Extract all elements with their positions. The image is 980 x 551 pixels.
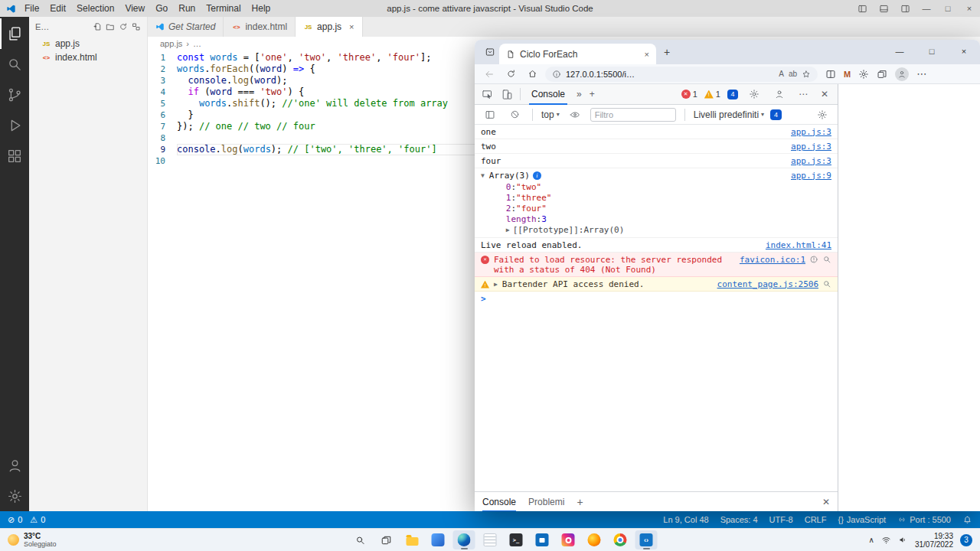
- browser-settings-icon[interactable]: [858, 69, 869, 80]
- mail-extension-icon[interactable]: M: [844, 70, 851, 79]
- explorer-new-file-icon[interactable]: [93, 22, 102, 31]
- browser-close-icon[interactable]: ×: [948, 40, 980, 63]
- devtools-close-icon[interactable]: ✕: [818, 89, 831, 99]
- devtools-feedback-icon[interactable]: [770, 85, 789, 103]
- property-row[interactable]: ▶[[Prototype]]: Array(0): [506, 225, 786, 235]
- devtools-inspect-icon[interactable]: [478, 85, 496, 103]
- activity-run-debug-icon[interactable]: [0, 110, 29, 141]
- array-preview[interactable]: Array(3)i: [489, 171, 786, 181]
- status-cursor[interactable]: Ln 9, Col 48: [663, 515, 708, 524]
- menu-item-file[interactable]: File: [19, 3, 44, 14]
- minimize-icon[interactable]: —: [916, 0, 937, 17]
- notification-badge[interactable]: 3: [960, 534, 972, 546]
- line-number[interactable]: 1: [148, 52, 177, 64]
- new-tab-button[interactable]: +: [656, 46, 678, 58]
- activity-search-icon[interactable]: [0, 49, 29, 80]
- toggle-panel-left-icon[interactable]: [851, 0, 873, 17]
- warning-count-badge[interactable]: !1: [704, 90, 720, 99]
- line-number[interactable]: 2: [148, 64, 177, 75]
- log-levels-selector[interactable]: Livelli predefiniti▾: [694, 109, 764, 120]
- menu-item-terminal[interactable]: Terminal: [201, 3, 246, 14]
- line-number[interactable]: 9: [148, 144, 177, 155]
- message-count-badge[interactable]: 4: [727, 90, 738, 99]
- back-icon[interactable]: [481, 69, 498, 80]
- bell-icon[interactable]: [962, 515, 972, 525]
- drawer-tab-console[interactable]: Console: [482, 492, 516, 512]
- status-encoding[interactable]: UTF-8: [769, 515, 793, 524]
- menu-item-selection[interactable]: Selection: [71, 3, 119, 14]
- taskbar-app-photos[interactable]: [557, 530, 580, 549]
- search-source-icon[interactable]: [822, 255, 831, 264]
- more-tabs-icon[interactable]: »: [573, 89, 585, 99]
- activity-gear-icon[interactable]: [0, 481, 29, 511]
- browser-maximize-icon[interactable]: □: [916, 40, 948, 63]
- menu-item-view[interactable]: View: [119, 3, 150, 14]
- close-icon[interactable]: ×: [959, 0, 980, 17]
- property-row[interactable]: length: 3: [506, 214, 786, 224]
- refresh-icon[interactable]: [502, 69, 519, 79]
- devtools-settings-icon[interactable]: [745, 85, 763, 103]
- browser-more-icon[interactable]: ⋯: [916, 68, 927, 80]
- property-row[interactable]: 2: "four": [506, 204, 786, 214]
- taskbar-app-file-explorer[interactable]: [401, 530, 423, 549]
- tab-close-icon[interactable]: ×: [349, 22, 354, 31]
- explorer-new-folder-icon[interactable]: [106, 22, 115, 31]
- url-text[interactable]: 127.0.0.1:5500/i…: [566, 70, 774, 79]
- source-link[interactable]: app.js:3: [791, 127, 831, 137]
- devtools-tab-console[interactable]: Console: [524, 84, 572, 105]
- taskbar-app-chrome[interactable]: [609, 530, 632, 549]
- property-row[interactable]: 0: "two": [506, 182, 786, 192]
- browser-minimize-icon[interactable]: —: [884, 40, 916, 63]
- levels-count-badge[interactable]: 4: [770, 109, 782, 120]
- source-link[interactable]: favicon.ico:1: [740, 255, 805, 265]
- line-number[interactable]: 7: [148, 121, 177, 132]
- page-content[interactable]: [838, 84, 980, 511]
- toggle-panel-right-icon[interactable]: [894, 0, 916, 17]
- speaker-icon[interactable]: [898, 535, 908, 545]
- taskbar-app-vscode[interactable]: ‹›: [635, 530, 658, 549]
- tab-close-icon[interactable]: ×: [645, 50, 649, 59]
- address-bar[interactable]: 127.0.0.1:5500/i… A ab: [545, 67, 818, 82]
- context-selector[interactable]: top▾: [541, 109, 560, 120]
- toggle-panel-bottom-icon[interactable]: [873, 0, 894, 17]
- editor-tab-app-js[interactable]: JSapp.js×: [296, 17, 362, 37]
- editor-tab-get-started[interactable]: Get Started: [148, 17, 224, 37]
- breadcrumb-item[interactable]: …: [193, 39, 201, 48]
- wifi-icon[interactable]: [881, 535, 891, 545]
- status-language[interactable]: {}JavaScript: [838, 515, 886, 524]
- read-aloud-icon[interactable]: A: [779, 70, 784, 78]
- activity-account-icon[interactable]: [0, 450, 29, 481]
- taskbar-app-edge[interactable]: [453, 530, 475, 549]
- weather-widget[interactable]: 33°C Soleggiato: [0, 529, 64, 551]
- file-item-index-html[interactable]: <>index.html: [29, 51, 147, 64]
- line-number[interactable]: 6: [148, 109, 177, 121]
- taskbar-app-task-view[interactable]: [375, 530, 397, 549]
- expand-caret-icon[interactable]: ▶: [506, 225, 510, 235]
- taskbar-app-firefox[interactable]: [583, 530, 606, 549]
- taskbar-app-widgets[interactable]: [427, 530, 449, 549]
- collapse-caret-icon[interactable]: ▼: [481, 171, 485, 181]
- status-live-server-port[interactable]: Port : 5500: [897, 515, 951, 524]
- breadcrumb-item[interactable]: app.js: [160, 39, 182, 48]
- clock[interactable]: 19:33 31/07/2022: [915, 532, 953, 549]
- menu-item-go[interactable]: Go: [150, 3, 173, 14]
- translate-icon[interactable]: ab: [789, 70, 797, 78]
- explorer-collapse-icon[interactable]: [132, 22, 141, 31]
- home-icon[interactable]: [524, 69, 541, 79]
- status-warnings[interactable]: ⚠ 0: [30, 515, 45, 525]
- collections-icon[interactable]: [877, 69, 887, 80]
- status-indentation[interactable]: Spaces: 4: [720, 515, 758, 524]
- source-link[interactable]: index.html:41: [766, 240, 831, 250]
- taskbar-app-terminal[interactable]: >_: [505, 530, 528, 549]
- console-sidebar-icon[interactable]: [481, 106, 499, 124]
- tray-chevron-up-icon[interactable]: ∧: [869, 536, 874, 544]
- line-number[interactable]: 10: [148, 155, 177, 167]
- expand-caret-icon[interactable]: ▶: [494, 279, 498, 289]
- status-errors[interactable]: ⊘ 0: [8, 515, 22, 525]
- profile-avatar[interactable]: [895, 67, 909, 81]
- line-number[interactable]: 4: [148, 86, 177, 98]
- tab-actions-icon[interactable]: [481, 47, 499, 57]
- drawer-close-icon[interactable]: ✕: [822, 497, 830, 507]
- drawer-tab-problemi[interactable]: Problemi: [528, 492, 564, 512]
- line-number[interactable]: 8: [148, 132, 177, 144]
